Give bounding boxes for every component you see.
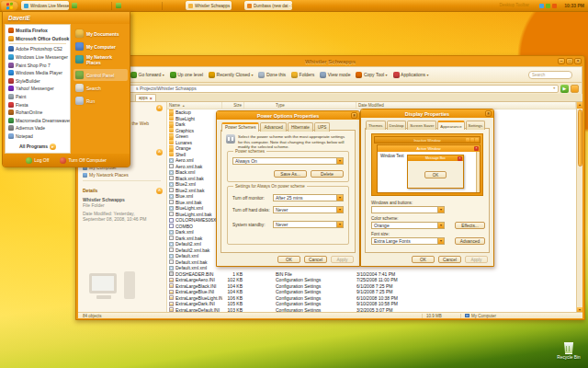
close-button[interactable]: ×	[574, 58, 582, 64]
dialog-tab[interactable]: UPS	[314, 122, 330, 132]
toolbar-button[interactable]: Folders	[291, 72, 314, 78]
dropdown-arrow-icon[interactable]: ▼	[336, 222, 343, 227]
search-input[interactable]	[528, 71, 572, 79]
toolbar-button[interactable]: View mode	[320, 72, 350, 78]
start-menu-program-item[interactable]: Microsoft Office Outlook	[6, 35, 70, 43]
power-dialog-titlebar[interactable]: Power Options Properties ×	[217, 111, 359, 120]
file-row[interactable]: ExtraLargeBlue.INI 104 KB Configuration …	[167, 289, 576, 295]
dialog-tab[interactable]: Settings	[466, 121, 486, 130]
start-menu-program-item[interactable]: Paint Shop Pro 7	[6, 61, 70, 69]
all-programs-button[interactable]: All Programs ►	[6, 142, 70, 151]
ok-button[interactable]: OK	[412, 256, 435, 263]
toolbar-button[interactable]: Up one level	[170, 72, 203, 78]
tab-close-icon[interactable]: ×	[150, 96, 153, 101]
log-off-button[interactable]: Log Off	[26, 157, 49, 164]
toolbar-button[interactable]: Copy Tool	[356, 72, 387, 78]
tray-icon[interactable]	[539, 4, 544, 8]
font-size-dropdown[interactable]: Extra Large Fonts ▼	[371, 237, 445, 245]
windows-buttons-dropdown[interactable]: ▼	[371, 206, 445, 213]
start-menu-place-item[interactable]: My Computer	[74, 40, 128, 52]
start-menu-place-item[interactable]: Run	[74, 95, 128, 107]
turn-off-computer-button[interactable]: Turn Off Computer	[60, 157, 106, 164]
cancel-button[interactable]: Cancel	[304, 256, 327, 263]
dialog-tab[interactable]: Themes	[366, 121, 386, 130]
dropdown-arrow-icon[interactable]: ▼	[437, 238, 444, 244]
color-scheme-dropdown[interactable]: Orange ▼	[371, 222, 445, 229]
dropdown-arrow-icon[interactable]: ▼	[336, 195, 343, 201]
start-menu-place-item[interactable]: Control Panel	[74, 69, 128, 81]
start-menu-program-item[interactable]: Adobe Photoshop CS2	[6, 45, 70, 53]
toolbar-button[interactable]: Done this	[258, 72, 286, 78]
dropdown-arrow-icon[interactable]: ▼	[336, 207, 343, 213]
file-row[interactable]: DOSHEADER.BIN 1 KB BIN File 3/10/2004 7:…	[167, 271, 576, 278]
scrollbar-thumb[interactable]	[578, 109, 582, 167]
dropdown-arrow-icon[interactable]: ▼	[437, 207, 444, 213]
display-dialog-titlebar[interactable]: Display Properties ×	[361, 109, 493, 118]
start-menu-program-item[interactable]: Windows Media Player	[6, 69, 70, 77]
taskbar-task-button[interactable]: Windows Live Messenger	[21, 1, 69, 10]
dropdown-arrow-icon[interactable]: ▼	[437, 223, 444, 228]
start-menu-place-item[interactable]: Search	[74, 82, 128, 94]
dialog-tab[interactable]: Hibernate	[288, 122, 313, 132]
folder-tab[interactable]: apps ×	[135, 94, 156, 101]
start-menu-place-item[interactable]: My Network Places	[74, 53, 128, 65]
file-row[interactable]: ExtraLargeBlueLight.INI 106 KB Configura…	[167, 295, 576, 302]
start-menu-program-item[interactable]: Notepad	[6, 132, 70, 141]
delete-button[interactable]: Delete	[311, 170, 344, 178]
toolbar-button[interactable]: Recently Closed	[209, 72, 253, 78]
task-pane-section-header[interactable]: Details ^	[83, 187, 166, 194]
quick-launch-icon[interactable]	[116, 3, 121, 8]
dialog-tab[interactable]: Desktop	[387, 121, 407, 130]
address-dropdown-icon[interactable]: ▼	[553, 86, 558, 90]
column-header-type[interactable]: Type	[244, 102, 356, 109]
dialog-tab[interactable]: Screen Saver	[407, 121, 436, 130]
maximize-button[interactable]: □	[566, 58, 573, 64]
address-input[interactable]: s Projects\Whistler Schwapps ▼	[82, 85, 559, 93]
file-list-scrollbar[interactable]: ▲ ▼	[576, 102, 582, 314]
power-setting-dropdown[interactable]: After 25 mins ▼	[273, 194, 344, 201]
start-menu-program-item[interactable]: RohanOnline	[6, 109, 70, 117]
ok-button[interactable]: OK	[277, 256, 300, 263]
start-button[interactable]	[1, 1, 18, 11]
collapse-chevron-icon[interactable]: ^	[156, 149, 163, 155]
task-pane-item[interactable]: My Network Places	[83, 172, 166, 178]
effects-button[interactable]: Effects...	[455, 222, 485, 229]
column-header-date[interactable]: Date Modified	[356, 102, 576, 109]
collapse-chevron-icon[interactable]: ^	[156, 188, 163, 194]
file-row[interactable]: ExtraLargeBlack.INI 104 KB Configuration…	[167, 283, 576, 290]
power-setting-dropdown[interactable]: Never ▼	[273, 221, 344, 228]
collapse-chevron-icon[interactable]: ^	[156, 105, 163, 111]
start-menu-program-item[interactable]: Adiemus Vade	[6, 124, 70, 132]
power-setting-dropdown[interactable]: Never ▼	[273, 206, 344, 213]
close-icon[interactable]: ×	[485, 110, 492, 117]
start-menu-program-item[interactable]: Fiesta	[6, 100, 70, 109]
recycle-bin-icon[interactable]: Recycle Bin	[553, 342, 584, 360]
taskbar-clock[interactable]: 10:33 PM	[564, 3, 584, 8]
cancel-button[interactable]: Cancel	[438, 256, 461, 263]
taskbar-task-button[interactable]: Whistler Schwapps	[186, 1, 232, 10]
start-menu-program-item[interactable]: StyleBuilder	[6, 77, 70, 86]
start-menu-program-item[interactable]: Macromedia Dreamweaver 8	[6, 117, 70, 125]
explorer-titlebar[interactable]: Whistler Schwapps – □ ×	[76, 56, 584, 66]
column-header-name[interactable]: Name ▲	[167, 102, 222, 109]
start-menu-place-item[interactable]: My Documents	[74, 28, 128, 40]
dialog-tab[interactable]: Appearance	[437, 121, 464, 130]
tray-icon[interactable]	[552, 4, 557, 8]
folder-options-icon[interactable]	[571, 85, 579, 93]
power-scheme-dropdown[interactable]: Always On ▼	[232, 157, 344, 165]
file-row[interactable]: ExtraLargeDark.INI 105 KB Configuration …	[167, 301, 576, 307]
file-row[interactable]: ExtraLargeAero.INI 102 KB Configuration …	[167, 277, 576, 283]
start-menu-program-item[interactable]: Paint	[6, 93, 70, 101]
save-as-button[interactable]: Save As...	[274, 170, 307, 178]
minimize-button[interactable]: –	[558, 58, 565, 64]
start-menu-program-item[interactable]: Windows Live Messenger	[6, 53, 70, 62]
apply-button[interactable]: Apply	[465, 256, 488, 263]
tray-icon[interactable]	[546, 4, 550, 8]
toolbar-button[interactable]: Applications	[393, 72, 429, 78]
quick-launch-icon[interactable]	[72, 3, 77, 8]
scroll-up-icon[interactable]: ▲	[577, 102, 582, 109]
dropdown-arrow-icon[interactable]: ▼	[336, 158, 343, 164]
toolbar-button[interactable]: Go forward	[130, 72, 164, 78]
start-menu-program-item[interactable]: Yahoo! Messenger	[6, 85, 70, 93]
go-button[interactable]: ▶	[560, 85, 569, 93]
